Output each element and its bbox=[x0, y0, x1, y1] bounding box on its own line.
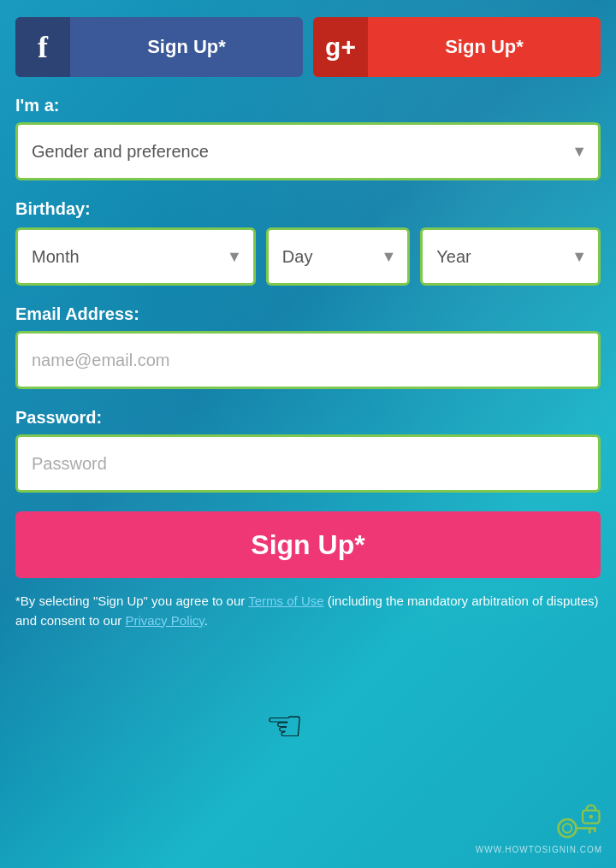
im-a-label: I'm a: bbox=[15, 96, 601, 115]
privacy-policy-link[interactable]: Privacy Policy bbox=[125, 613, 204, 628]
gender-preference-wrapper: Gender and preference Man seeking Woman … bbox=[15, 122, 601, 180]
facebook-signup-label: Sign Up* bbox=[70, 17, 303, 77]
terms-of-use-link[interactable]: Terms of Use bbox=[248, 593, 323, 608]
watermark-text: WWW.HOWTOSIGNIN.COM bbox=[476, 845, 602, 854]
password-input[interactable] bbox=[15, 434, 601, 493]
month-select[interactable]: Month January February March April May J… bbox=[15, 227, 256, 286]
email-label: Email Address: bbox=[15, 304, 601, 324]
year-wrapper: Year ▼ bbox=[420, 227, 601, 286]
social-buttons-row: f Sign Up* g+ Sign Up* bbox=[15, 17, 601, 77]
month-wrapper: Month January February March April May J… bbox=[15, 227, 256, 286]
signup-button-label: Sign Up* bbox=[251, 529, 364, 560]
google-signup-label: Sign Up* bbox=[368, 17, 601, 77]
signup-button[interactable]: Sign Up* bbox=[15, 511, 601, 578]
disclaimer-text: *By selecting "Sign Up" you agree to our… bbox=[15, 592, 601, 630]
google-plus-icon: g+ bbox=[313, 17, 368, 77]
watermark: WWW.HOWTOSIGNIN.COM bbox=[554, 801, 606, 856]
day-wrapper: Day ▼ bbox=[266, 227, 411, 286]
facebook-signup-button[interactable]: f Sign Up* bbox=[15, 17, 303, 77]
cursor-hand-icon: ☞ bbox=[265, 701, 304, 751]
birthday-label: Birthday: bbox=[15, 199, 601, 219]
svg-point-1 bbox=[563, 824, 572, 833]
svg-point-6 bbox=[589, 815, 594, 819]
email-input[interactable] bbox=[15, 331, 601, 389]
day-select[interactable]: Day bbox=[266, 227, 411, 286]
gender-preference-select[interactable]: Gender and preference Man seeking Woman … bbox=[15, 122, 601, 180]
birthday-row: Month January February March April May J… bbox=[15, 227, 601, 286]
google-signup-button[interactable]: g+ Sign Up* bbox=[313, 17, 601, 77]
svg-point-0 bbox=[559, 819, 577, 837]
year-select[interactable]: Year bbox=[420, 227, 601, 286]
password-label: Password: bbox=[15, 408, 601, 428]
facebook-icon: f bbox=[15, 17, 70, 77]
